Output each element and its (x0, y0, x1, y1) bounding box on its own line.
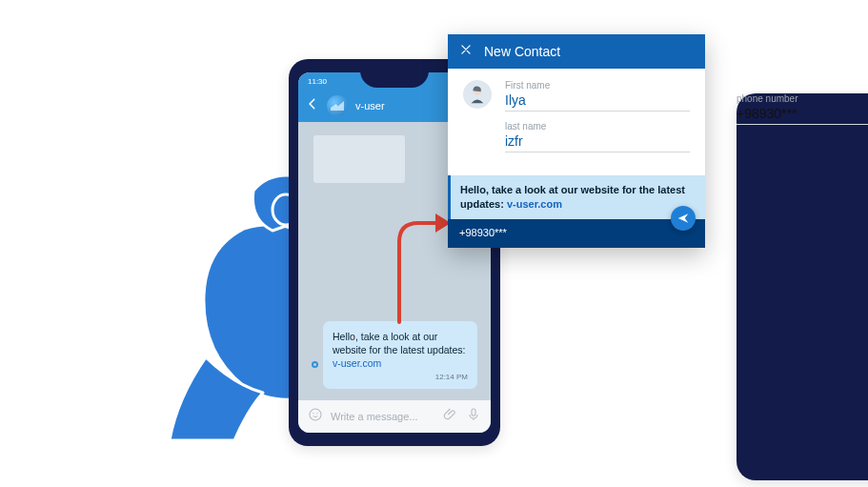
phone-value[interactable]: +98930*** (737, 106, 868, 125)
emoji-icon[interactable] (308, 407, 323, 426)
dialog-title: New Contact (484, 44, 560, 59)
message-input-bar: Write a message... (298, 400, 491, 433)
first-name-value[interactable]: Ilya (505, 92, 690, 112)
footer-phone: +98930*** (459, 227, 507, 238)
new-contact-dialog: New Contact First name Ilya last name iz… (448, 34, 705, 248)
last-name-value[interactable]: izfr (505, 133, 690, 152)
dialog-body: First name Ilya last name izfr phone num… (448, 69, 705, 175)
phone-label: phone number (737, 93, 868, 104)
svg-point-2 (313, 413, 313, 414)
preview-message-strip: Hello, take a look at our website for th… (448, 175, 705, 219)
last-name-field[interactable]: last name izfr (505, 121, 690, 152)
incoming-placeholder-bubble (313, 135, 405, 183)
svg-rect-4 (472, 409, 475, 416)
chat-avatar[interactable] (327, 95, 348, 116)
mic-icon[interactable] (466, 407, 481, 426)
phone-notch (360, 72, 429, 88)
attach-icon[interactable] (443, 407, 458, 426)
preview-message-link[interactable]: v-user.com (507, 198, 562, 210)
forward-arrow-illustration (390, 210, 456, 324)
message-timestamp: 12:14 PM (333, 373, 468, 383)
send-button[interactable] (671, 206, 696, 231)
phone-field[interactable]: phone number +98930*** (737, 93, 868, 480)
last-name-label: last name (505, 121, 690, 132)
back-arrow-icon[interactable] (306, 97, 319, 114)
chat-contact-name[interactable]: v-user (355, 100, 385, 112)
dialog-footer: +98930*** (448, 219, 705, 248)
outgoing-message-bubble[interactable]: Hello, take a look at our website for th… (323, 321, 477, 389)
preview-message-text: Hello, take a look at our website for th… (460, 184, 685, 210)
message-text: Hello, take a look at our website for th… (333, 331, 466, 355)
svg-point-1 (310, 409, 321, 420)
unread-indicator-icon (312, 361, 318, 368)
svg-point-3 (316, 413, 317, 414)
message-input-placeholder[interactable]: Write a message... (331, 411, 418, 422)
contact-avatar[interactable] (463, 80, 492, 109)
dialog-header: New Contact (448, 34, 705, 69)
status-time: 11:30 (308, 77, 327, 86)
message-link[interactable]: v-user.com (333, 357, 381, 369)
first-name-label: First name (505, 80, 690, 91)
close-icon[interactable] (459, 43, 473, 60)
first-name-field[interactable]: First name Ilya (505, 80, 690, 112)
